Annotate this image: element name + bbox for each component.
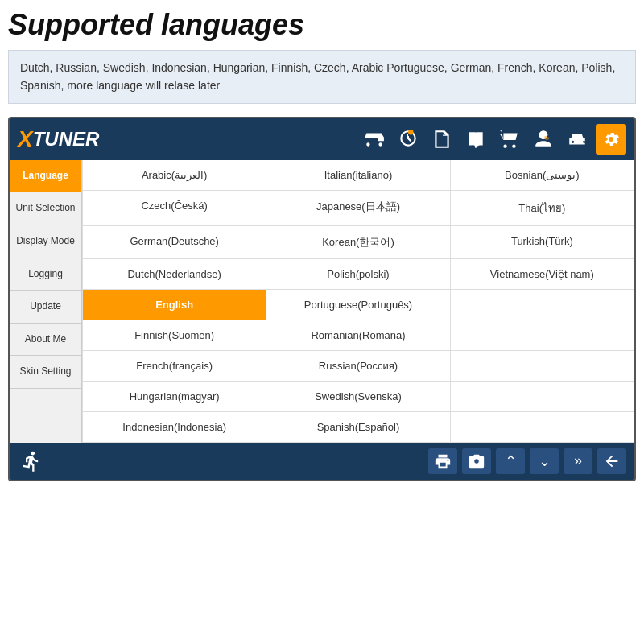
lang-cell[interactable]: French(français) — [83, 351, 266, 382]
page-title: Supported languages — [8, 8, 636, 42]
lang-cell[interactable]: Dutch(Nederlandse) — [83, 259, 266, 290]
sidebar-item-display-mode[interactable]: Display Mode — [10, 225, 81, 258]
fast-forward-icon[interactable]: » — [564, 448, 592, 474]
lookup-icon[interactable] — [393, 124, 423, 155]
lang-cell[interactable]: Indonesian(Indonesia) — [83, 412, 266, 443]
sidebar-item-logging[interactable]: Logging — [10, 258, 81, 291]
lang-cell[interactable]: Vietnamese(Việt nam) — [451, 259, 634, 290]
lang-cell[interactable]: Thai(ไทย) — [451, 191, 634, 226]
sidebar-item-language[interactable]: Language — [10, 160, 81, 193]
document-icon[interactable] — [427, 124, 457, 155]
cart-icon[interactable] — [494, 124, 525, 155]
app-header: X TUNER — [10, 118, 634, 160]
lang-cell[interactable]: Hungarian(magyar) — [83, 382, 266, 412]
lang-cell[interactable]: English — [83, 290, 266, 320]
footer-left — [18, 448, 45, 475]
subtitle-text: Dutch, Russian, Swedish, Indonesian, Hun… — [20, 61, 615, 92]
language-grid: Arabic(العربية)Italian(italiano)Bosnian(… — [82, 160, 634, 443]
scroll-down-icon[interactable]: ⌄ — [530, 448, 559, 474]
lang-cell[interactable]: Czech(Česká) — [83, 191, 266, 226]
sidebar-item-unit-selection[interactable]: Unit Selection — [10, 192, 81, 225]
lang-cell[interactable] — [451, 412, 634, 443]
lang-cell[interactable] — [451, 290, 634, 320]
settings-icon[interactable] — [596, 124, 626, 155]
svg-point-0 — [408, 130, 414, 135]
lang-cell[interactable] — [451, 320, 634, 351]
lang-cell[interactable] — [451, 382, 634, 412]
print-icon[interactable] — [428, 448, 457, 474]
lang-cell[interactable]: German(Deutsche) — [83, 226, 266, 259]
sidebar: Language Unit Selection Display Mode Log… — [10, 160, 82, 443]
book-icon[interactable] — [460, 124, 491, 155]
lang-cell[interactable]: Finnish(Suomen) — [83, 320, 266, 351]
camera-icon[interactable] — [462, 448, 491, 474]
scroll-up-icon[interactable]: ⌃ — [496, 448, 525, 474]
lang-cell[interactable]: Italian(italiano) — [266, 160, 450, 191]
lang-cell[interactable]: Japanese(日本語) — [266, 191, 450, 226]
lang-cell[interactable] — [451, 351, 634, 382]
header-icons — [359, 124, 626, 155]
car-icon[interactable] — [562, 124, 592, 155]
sidebar-item-update[interactable]: Update — [10, 291, 81, 324]
subtitle-box: Dutch, Russian, Swedish, Indonesian, Hun… — [8, 50, 636, 104]
back-icon[interactable] — [597, 448, 626, 474]
app-body: Language Unit Selection Display Mode Log… — [10, 160, 634, 443]
app-frame: X TUNER — [8, 117, 636, 481]
user-icon[interactable] — [528, 124, 559, 155]
logo-x: X — [18, 126, 33, 152]
lang-cell[interactable]: Turkish(Türk) — [451, 226, 634, 259]
lang-cell[interactable]: Swedish(Svenska) — [266, 382, 450, 412]
truck-icon[interactable] — [359, 124, 390, 155]
lang-cell[interactable]: Polish(polski) — [266, 259, 450, 290]
app-footer: ⌃ ⌄ » — [10, 443, 634, 480]
lang-cell[interactable]: Portuguese(Português) — [266, 290, 450, 320]
lang-cell[interactable]: Russian(Россия) — [266, 351, 450, 382]
logo: X TUNER — [18, 126, 99, 152]
lang-cell[interactable]: Romanian(Romana) — [266, 320, 450, 351]
run-icon[interactable] — [18, 448, 45, 475]
logo-tuner: TUNER — [33, 128, 100, 151]
sidebar-item-about-me[interactable]: About Me — [10, 324, 81, 357]
footer-right: ⌃ ⌄ » — [428, 448, 626, 474]
lang-cell[interactable]: Bosnian(بوسنی) — [451, 160, 634, 191]
lang-cell[interactable]: Korean(한국어) — [266, 226, 450, 259]
sidebar-item-skin-setting[interactable]: Skin Setting — [10, 356, 81, 389]
content-area: Arabic(العربية)Italian(italiano)Bosnian(… — [82, 160, 634, 443]
lang-cell[interactable]: Arabic(العربية) — [83, 160, 266, 191]
lang-cell[interactable]: Spanish(Español) — [266, 412, 450, 443]
